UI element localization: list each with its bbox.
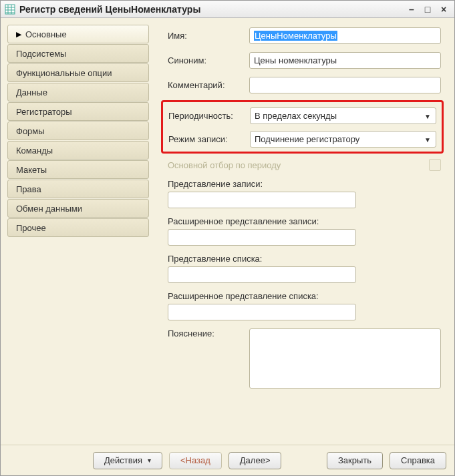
- register-icon: [5, 4, 15, 15]
- tab-functional-options[interactable]: Функциональные опции: [7, 63, 149, 82]
- tab-forms[interactable]: Формы: [7, 122, 149, 140]
- help-button[interactable]: Справка: [390, 452, 446, 469]
- comment-label: Комментарий:: [168, 80, 249, 90]
- record-repr-ext-input[interactable]: [168, 229, 356, 246]
- periodicity-select[interactable]: В пределах секунды ▼: [250, 107, 436, 124]
- maximize-button[interactable]: □: [421, 4, 434, 15]
- window: Регистр сведений ЦеныНоменклатуры – □ × …: [0, 0, 455, 476]
- tab-other[interactable]: Прочее: [7, 218, 149, 237]
- row-write-mode: Режим записи: Подчинение регистратору ▼: [168, 131, 436, 148]
- list-repr-input[interactable]: [168, 266, 356, 283]
- active-marker-icon: ▶: [16, 30, 21, 39]
- periodicity-value: В пределах секунды: [255, 111, 337, 121]
- record-repr-ext-label: Расширенное представление записи:: [168, 216, 441, 226]
- record-repr-label: Представление записи:: [168, 179, 441, 189]
- tab-data[interactable]: Данные: [7, 83, 149, 101]
- record-repr-input[interactable]: [168, 192, 356, 208]
- block-list-repr-ext: Расширенное представление списка:: [168, 291, 441, 320]
- tab-main[interactable]: ▶Основные: [7, 25, 149, 43]
- tab-label: Основные: [25, 29, 67, 39]
- close-label: Закрыть: [338, 455, 371, 465]
- next-label: Далее>: [240, 455, 271, 465]
- tab-subsystems[interactable]: Подсистемы: [7, 44, 149, 63]
- comment-input[interactable]: [249, 77, 441, 93]
- list-repr-label: Представление списка:: [168, 254, 441, 264]
- tab-exchange[interactable]: Обмен данными: [7, 199, 149, 218]
- help-label: Справка: [401, 455, 435, 465]
- list-repr-ext-input[interactable]: [168, 304, 356, 320]
- tab-label: Права: [16, 184, 41, 194]
- next-button[interactable]: Далее>: [229, 452, 282, 469]
- actions-button[interactable]: Действия▾: [93, 452, 162, 469]
- footer: Действия▾ <Назад Далее> Закрыть Справка: [1, 445, 454, 475]
- body: ▶Основные Подсистемы Функциональные опци…: [1, 18, 454, 445]
- synonym-label: Синоним:: [168, 55, 249, 65]
- block-explanation: Пояснение:: [168, 328, 441, 389]
- tab-label: Подсистемы: [16, 49, 66, 59]
- block-list-repr: Представление списка:: [168, 254, 441, 283]
- list-repr-ext-label: Расширенное представление списка:: [168, 291, 441, 301]
- tab-label: Прочее: [16, 223, 46, 233]
- tab-commands[interactable]: Команды: [7, 141, 149, 160]
- back-button[interactable]: <Назад: [169, 452, 222, 469]
- actions-label: Действия: [104, 455, 142, 465]
- row-synonym: Синоним:: [168, 52, 441, 69]
- close-button[interactable]: Закрыть: [327, 452, 383, 469]
- window-title: Регистр сведений ЦеныНоменклатуры: [19, 4, 405, 15]
- back-label: <Назад: [180, 455, 210, 465]
- block-record-repr: Представление записи:: [168, 179, 441, 208]
- synonym-input[interactable]: [249, 52, 441, 69]
- row-name: Имя: ЦеныНоменклатуры: [168, 27, 441, 44]
- main-filter-checkbox: [429, 159, 441, 171]
- dropdown-icon: ▾: [148, 457, 151, 464]
- main-filter-label: Основной отбор по периоду: [168, 160, 281, 170]
- tab-registrators[interactable]: Регистраторы: [7, 102, 149, 121]
- explanation-input[interactable]: [249, 328, 441, 389]
- write-mode-select[interactable]: Подчинение регистратору ▼: [250, 131, 436, 148]
- dropdown-icon: ▼: [422, 111, 433, 122]
- close-window-button[interactable]: ×: [437, 4, 450, 15]
- name-value: ЦеныНоменклатуры: [254, 31, 337, 41]
- periodicity-label: Периодичность:: [168, 111, 250, 121]
- tab-label: Функциональные опции: [16, 68, 112, 78]
- tab-label: Регистраторы: [16, 107, 72, 117]
- tab-label: Макеты: [16, 165, 47, 175]
- main-panel: Имя: ЦеныНоменклатуры Синоним: Комментар…: [149, 25, 448, 438]
- tab-rights[interactable]: Права: [7, 180, 149, 198]
- window-buttons: – □ ×: [405, 4, 450, 15]
- titlebar: Регистр сведений ЦеныНоменклатуры – □ ×: [1, 1, 454, 18]
- explanation-label: Пояснение:: [168, 328, 249, 338]
- row-main-filter: Основной отбор по периоду: [168, 159, 441, 171]
- tab-templates[interactable]: Макеты: [7, 160, 149, 179]
- name-label: Имя:: [168, 31, 249, 41]
- block-record-repr-ext: Расширенное представление записи:: [168, 216, 441, 246]
- dropdown-icon: ▼: [422, 134, 433, 145]
- minimize-button[interactable]: –: [405, 4, 418, 15]
- name-input[interactable]: ЦеныНоменклатуры: [249, 27, 441, 44]
- write-mode-value: Подчинение регистратору: [255, 134, 359, 144]
- tab-label: Данные: [16, 87, 47, 97]
- tab-label: Обмен данными: [16, 204, 82, 214]
- tab-label: Формы: [16, 126, 45, 136]
- sidebar: ▶Основные Подсистемы Функциональные опци…: [7, 25, 149, 438]
- write-mode-label: Режим записи:: [168, 134, 250, 144]
- row-comment: Комментарий:: [168, 77, 441, 93]
- highlighted-section: Периодичность: В пределах секунды ▼ Режи…: [161, 100, 444, 154]
- tab-label: Команды: [16, 146, 53, 156]
- row-periodicity: Периодичность: В пределах секунды ▼: [168, 107, 436, 124]
